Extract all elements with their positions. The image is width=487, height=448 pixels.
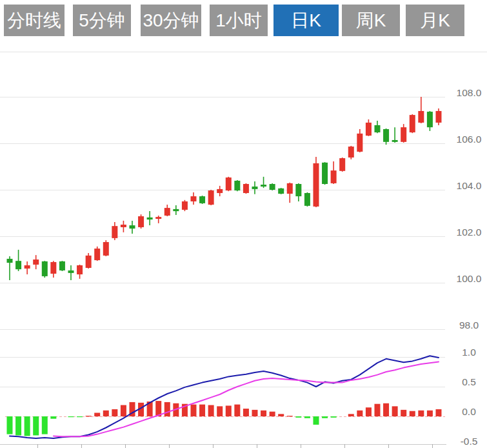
- candle: [138, 214, 144, 229]
- macd-bar: [7, 416, 13, 434]
- candle: [15, 250, 21, 271]
- macd-bar: [50, 416, 56, 419]
- price-axis-label: 104.0: [457, 180, 482, 191]
- candle-body: [304, 193, 310, 206]
- kline-widget: 分时线5分钟30分钟1小时日K周K月K 108.0106.0104.0102.0…: [0, 0, 487, 448]
- candle-body: [15, 261, 21, 269]
- candle: [208, 190, 214, 205]
- macd-bar: [295, 416, 301, 418]
- candle: [226, 177, 232, 191]
- price-axis-label: 100.0: [457, 273, 482, 284]
- candle-body: [374, 125, 380, 132]
- candle-body: [383, 129, 389, 142]
- macd-bar: [383, 403, 389, 416]
- candle: [199, 196, 205, 204]
- macd-bar: [392, 406, 398, 416]
- candles-layer: [7, 97, 442, 280]
- candle-body: [392, 140, 398, 142]
- candle-body: [164, 208, 170, 216]
- candle: [270, 183, 275, 190]
- macd-axis-label: 0.0: [462, 406, 476, 417]
- candle: [182, 200, 188, 211]
- candle-body: [121, 225, 126, 227]
- candle-body: [208, 190, 214, 205]
- tab-period-3[interactable]: 1小时: [210, 5, 268, 36]
- macd-bar: [287, 416, 293, 416]
- tab-period-6[interactable]: 月K: [406, 5, 464, 36]
- candle: [112, 222, 117, 240]
- candle: [374, 121, 380, 133]
- macd-bar: [427, 411, 433, 416]
- macd-bar: [77, 416, 83, 417]
- candle-body: [322, 163, 328, 184]
- candle: [427, 111, 433, 131]
- period-toolbar: 分时线5分钟30分钟1小时日K周K月K: [0, 0, 487, 52]
- macd-bar: [270, 412, 275, 416]
- candle: [418, 97, 424, 123]
- candle: [68, 265, 74, 280]
- candle-body: [401, 127, 406, 142]
- price-axis-label: 106.0: [457, 134, 482, 145]
- candle-body: [103, 242, 109, 256]
- macd-bar: [401, 410, 406, 416]
- candle: [103, 240, 109, 256]
- candle-body: [190, 196, 196, 201]
- candle: [366, 119, 372, 136]
- candle-body: [59, 261, 65, 270]
- tab-period-0[interactable]: 分时线: [4, 5, 65, 36]
- price-axis-label: 108.0: [457, 87, 482, 98]
- candle: [190, 192, 196, 205]
- candle: [173, 205, 179, 215]
- macd-bar: [33, 416, 39, 435]
- candle-body: [313, 163, 319, 207]
- macd-bar: [348, 414, 354, 416]
- candle: [217, 186, 223, 196]
- candle-body: [339, 158, 345, 171]
- candle: [357, 129, 363, 152]
- macd-bar: [366, 407, 372, 416]
- macd-bar: [261, 411, 266, 416]
- candle-body: [234, 181, 240, 190]
- macd-bar: [435, 409, 441, 416]
- candle: [155, 216, 161, 223]
- macd-axis-label: 1.0: [462, 347, 476, 358]
- candle-body: [287, 183, 293, 194]
- macd-bar: [68, 416, 74, 417]
- candle-body: [77, 265, 83, 274]
- candle-body: [25, 265, 30, 269]
- candle: [313, 157, 319, 207]
- tab-period-1[interactable]: 5分钟: [73, 5, 131, 36]
- candle-body: [94, 249, 100, 260]
- candle-body: [112, 226, 117, 238]
- tab-period-5[interactable]: 周K: [342, 5, 400, 36]
- candle-body: [226, 178, 232, 190]
- macd-bar: [103, 411, 109, 416]
- candle-body: [295, 184, 301, 196]
- candle-body: [410, 115, 415, 132]
- candle: [86, 253, 92, 269]
- macd-bar: [121, 405, 126, 416]
- candle-body: [50, 262, 56, 274]
- tab-period-2[interactable]: 30分钟: [141, 5, 201, 36]
- candle: [94, 247, 100, 261]
- tab-period-4[interactable]: 日K: [273, 5, 339, 36]
- candle: [331, 161, 337, 184]
- candle: [7, 256, 13, 280]
- candle: [392, 127, 398, 143]
- candle-body: [182, 201, 188, 210]
- candle: [77, 265, 83, 279]
- candle-body: [243, 184, 249, 193]
- macd-bar: [418, 411, 424, 416]
- candle: [33, 255, 39, 269]
- candle: [234, 180, 240, 191]
- macd-bar: [374, 404, 380, 416]
- macd-bar: [199, 405, 205, 416]
- candle: [410, 114, 415, 133]
- candle: [59, 261, 65, 271]
- candle: [129, 221, 135, 234]
- candle: [121, 221, 126, 232]
- macd-bar: [15, 416, 21, 435]
- macd-bar: [278, 414, 284, 416]
- grid-layer: [0, 52, 487, 448]
- macd-layer: [7, 356, 442, 438]
